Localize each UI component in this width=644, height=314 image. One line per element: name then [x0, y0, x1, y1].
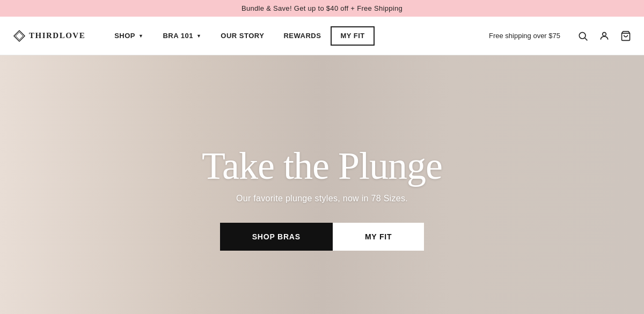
hero-subtitle: Our favorite plunge styles, now in 78 Si… [236, 194, 408, 203]
nav-right: Free shipping over $75 [489, 31, 631, 41]
promo-banner: Bundle & Save! Get up to $40 off + Free … [0, 0, 644, 17]
my-fit-button[interactable]: My Fit [333, 223, 424, 251]
nav-bra101[interactable]: BRA 101 ▼ [153, 17, 211, 55]
svg-point-4 [603, 32, 606, 36]
nav-links: SHOP ▼ BRA 101 ▼ OUR STORY REWARDS MY FI… [105, 17, 489, 55]
logo-link[interactable]: THIRDLOVE [13, 30, 85, 42]
nav-rewards[interactable]: REWARDS [274, 17, 331, 55]
logo-diamond-icon [13, 30, 26, 42]
cart-icon [620, 31, 631, 41]
search-icon [577, 31, 588, 41]
shop-chevron-icon: ▼ [138, 33, 143, 39]
account-button[interactable] [599, 31, 610, 41]
hero-buttons: Shop Bras My Fit [220, 223, 425, 251]
nav-shop[interactable]: SHOP ▼ [105, 17, 153, 55]
account-icon [599, 31, 610, 41]
free-shipping-label: Free shipping over $75 [489, 32, 560, 40]
svg-line-3 [585, 38, 588, 40]
nav-our-story[interactable]: OUR STORY [211, 17, 274, 55]
hero-section: Take the Plunge Our favorite plunge styl… [0, 55, 644, 314]
svg-point-2 [579, 32, 586, 39]
cart-button[interactable] [620, 31, 631, 41]
navbar: THIRDLOVE SHOP ▼ BRA 101 ▼ OUR STORY REW… [0, 17, 644, 55]
bra101-chevron-icon: ▼ [196, 33, 201, 39]
logo-text: THIRDLOVE [29, 31, 85, 40]
nav-my-fit[interactable]: MY FIT [331, 26, 374, 46]
hero-content: Take the Plunge Our favorite plunge styl… [0, 55, 644, 314]
promo-text: Bundle & Save! Get up to $40 off + Free … [241, 4, 402, 12]
search-button[interactable] [577, 31, 588, 41]
hero-title: Take the Plunge [202, 146, 442, 187]
shop-bras-button[interactable]: Shop Bras [220, 223, 333, 251]
